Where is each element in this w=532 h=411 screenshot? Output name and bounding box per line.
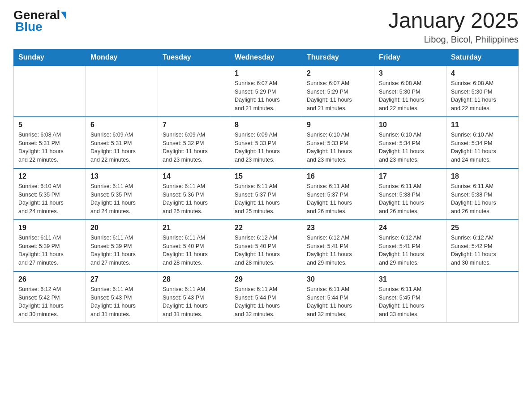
weekday-header-wednesday: Wednesday — [230, 49, 302, 65]
calendar-cell — [14, 65, 86, 117]
day-number: 23 — [307, 224, 369, 232]
day-number: 26 — [18, 275, 81, 283]
day-info: Sunrise: 6:12 AMSunset: 5:40 PMDaylight:… — [235, 234, 297, 267]
day-number: 30 — [307, 275, 369, 283]
calendar-week-row: 1Sunrise: 6:07 AMSunset: 5:29 PMDaylight… — [14, 65, 519, 117]
calendar-cell: 25Sunrise: 6:12 AMSunset: 5:42 PMDayligh… — [446, 220, 519, 271]
day-info: Sunrise: 6:11 AMSunset: 5:44 PMDaylight:… — [307, 285, 369, 319]
day-info: Sunrise: 6:11 AMSunset: 5:38 PMDaylight:… — [379, 182, 442, 216]
day-info: Sunrise: 6:09 AMSunset: 5:31 PMDaylight:… — [90, 131, 153, 164]
weekday-header-monday: Monday — [86, 49, 158, 65]
calendar-cell: 18Sunrise: 6:11 AMSunset: 5:38 PMDayligh… — [446, 168, 519, 220]
day-info: Sunrise: 6:12 AMSunset: 5:41 PMDaylight:… — [307, 234, 369, 267]
logo-blue-text: Blue — [15, 20, 43, 34]
day-info: Sunrise: 6:11 AMSunset: 5:37 PMDaylight:… — [307, 182, 369, 216]
weekday-header-row: SundayMondayTuesdayWednesdayThursdayFrid… — [14, 49, 519, 65]
calendar-cell: 19Sunrise: 6:11 AMSunset: 5:39 PMDayligh… — [14, 220, 86, 271]
day-info: Sunrise: 6:09 AMSunset: 5:32 PMDaylight:… — [163, 131, 225, 164]
day-info: Sunrise: 6:08 AMSunset: 5:30 PMDaylight:… — [379, 79, 442, 113]
day-info: Sunrise: 6:12 AMSunset: 5:42 PMDaylight:… — [18, 285, 81, 319]
day-number: 2 — [307, 69, 369, 77]
day-number: 24 — [379, 224, 442, 232]
day-info: Sunrise: 6:11 AMSunset: 5:39 PMDaylight:… — [90, 234, 153, 267]
day-number: 20 — [90, 224, 153, 232]
day-number: 17 — [379, 172, 442, 180]
calendar-cell — [446, 271, 519, 323]
day-number: 5 — [18, 121, 81, 129]
day-number: 21 — [163, 224, 225, 232]
day-info: Sunrise: 6:11 AMSunset: 5:40 PMDaylight:… — [163, 234, 225, 267]
calendar-cell: 22Sunrise: 6:12 AMSunset: 5:40 PMDayligh… — [230, 220, 302, 271]
calendar-cell: 24Sunrise: 6:12 AMSunset: 5:41 PMDayligh… — [374, 220, 446, 271]
calendar-cell: 29Sunrise: 6:11 AMSunset: 5:44 PMDayligh… — [230, 271, 302, 323]
calendar-cell: 13Sunrise: 6:11 AMSunset: 5:35 PMDayligh… — [86, 168, 158, 220]
calendar-cell — [86, 65, 158, 117]
day-info: Sunrise: 6:11 AMSunset: 5:45 PMDaylight:… — [379, 285, 442, 319]
day-info: Sunrise: 6:07 AMSunset: 5:29 PMDaylight:… — [307, 79, 369, 113]
calendar-cell: 31Sunrise: 6:11 AMSunset: 5:45 PMDayligh… — [374, 271, 446, 323]
calendar-cell: 12Sunrise: 6:10 AMSunset: 5:35 PMDayligh… — [14, 168, 86, 220]
calendar-cell: 8Sunrise: 6:09 AMSunset: 5:33 PMDaylight… — [230, 117, 302, 168]
day-info: Sunrise: 6:11 AMSunset: 5:43 PMDaylight:… — [163, 285, 225, 319]
day-number: 15 — [235, 172, 297, 180]
day-number: 18 — [451, 172, 514, 180]
day-number: 19 — [18, 224, 81, 232]
day-info: Sunrise: 6:11 AMSunset: 5:38 PMDaylight:… — [451, 182, 514, 216]
page-header: General Blue January 2025 Libog, Bicol, … — [13, 9, 519, 45]
calendar-week-row: 5Sunrise: 6:08 AMSunset: 5:31 PMDaylight… — [14, 117, 519, 168]
logo: General Blue — [13, 9, 66, 34]
day-number: 8 — [235, 121, 297, 129]
day-info: Sunrise: 6:08 AMSunset: 5:31 PMDaylight:… — [18, 131, 81, 164]
calendar-cell: 27Sunrise: 6:11 AMSunset: 5:43 PMDayligh… — [86, 271, 158, 323]
calendar-body: 1Sunrise: 6:07 AMSunset: 5:29 PMDaylight… — [14, 65, 519, 323]
calendar-cell: 23Sunrise: 6:12 AMSunset: 5:41 PMDayligh… — [302, 220, 374, 271]
day-number: 29 — [235, 275, 297, 283]
calendar-cell: 28Sunrise: 6:11 AMSunset: 5:43 PMDayligh… — [158, 271, 230, 323]
day-info: Sunrise: 6:11 AMSunset: 5:37 PMDaylight:… — [235, 182, 297, 216]
day-number: 6 — [90, 121, 153, 129]
day-number: 25 — [451, 224, 514, 232]
day-info: Sunrise: 6:09 AMSunset: 5:33 PMDaylight:… — [235, 131, 297, 164]
calendar-cell: 17Sunrise: 6:11 AMSunset: 5:38 PMDayligh… — [374, 168, 446, 220]
day-info: Sunrise: 6:10 AMSunset: 5:34 PMDaylight:… — [379, 131, 442, 164]
day-info: Sunrise: 6:11 AMSunset: 5:36 PMDaylight:… — [163, 182, 225, 216]
calendar-cell: 21Sunrise: 6:11 AMSunset: 5:40 PMDayligh… — [158, 220, 230, 271]
day-info: Sunrise: 6:07 AMSunset: 5:29 PMDaylight:… — [235, 79, 297, 113]
calendar-cell: 11Sunrise: 6:10 AMSunset: 5:34 PMDayligh… — [446, 117, 519, 168]
day-number: 27 — [90, 275, 153, 283]
day-number: 14 — [163, 172, 225, 180]
day-info: Sunrise: 6:10 AMSunset: 5:35 PMDaylight:… — [18, 182, 81, 216]
calendar-week-row: 19Sunrise: 6:11 AMSunset: 5:39 PMDayligh… — [14, 220, 519, 271]
day-number: 7 — [163, 121, 225, 129]
calendar-cell — [158, 65, 230, 117]
day-number: 31 — [379, 275, 442, 283]
day-number: 22 — [235, 224, 297, 232]
logo-arrow-icon — [61, 12, 66, 20]
weekday-header-sunday: Sunday — [14, 49, 86, 65]
day-info: Sunrise: 6:11 AMSunset: 5:35 PMDaylight:… — [90, 182, 153, 216]
calendar-cell: 9Sunrise: 6:10 AMSunset: 5:33 PMDaylight… — [302, 117, 374, 168]
day-number: 11 — [451, 121, 514, 129]
calendar-cell: 2Sunrise: 6:07 AMSunset: 5:29 PMDaylight… — [302, 65, 374, 117]
calendar-table: SundayMondayTuesdayWednesdayThursdayFrid… — [13, 49, 519, 323]
calendar-cell: 14Sunrise: 6:11 AMSunset: 5:36 PMDayligh… — [158, 168, 230, 220]
day-info: Sunrise: 6:11 AMSunset: 5:44 PMDaylight:… — [235, 285, 297, 319]
day-number: 1 — [235, 69, 297, 77]
calendar-cell: 16Sunrise: 6:11 AMSunset: 5:37 PMDayligh… — [302, 168, 374, 220]
day-info: Sunrise: 6:12 AMSunset: 5:41 PMDaylight:… — [379, 234, 442, 267]
calendar-cell: 1Sunrise: 6:07 AMSunset: 5:29 PMDaylight… — [230, 65, 302, 117]
day-info: Sunrise: 6:10 AMSunset: 5:34 PMDaylight:… — [451, 131, 514, 164]
calendar-header: SundayMondayTuesdayWednesdayThursdayFrid… — [14, 49, 519, 65]
day-number: 4 — [451, 69, 514, 77]
calendar-cell: 6Sunrise: 6:09 AMSunset: 5:31 PMDaylight… — [86, 117, 158, 168]
day-number: 10 — [379, 121, 442, 129]
day-number: 9 — [307, 121, 369, 129]
calendar-week-row: 12Sunrise: 6:10 AMSunset: 5:35 PMDayligh… — [14, 168, 519, 220]
day-info: Sunrise: 6:10 AMSunset: 5:33 PMDaylight:… — [307, 131, 369, 164]
calendar-cell: 20Sunrise: 6:11 AMSunset: 5:39 PMDayligh… — [86, 220, 158, 271]
calendar-cell: 30Sunrise: 6:11 AMSunset: 5:44 PMDayligh… — [302, 271, 374, 323]
day-info: Sunrise: 6:08 AMSunset: 5:30 PMDaylight:… — [451, 79, 514, 113]
day-info: Sunrise: 6:12 AMSunset: 5:42 PMDaylight:… — [451, 234, 514, 267]
day-info: Sunrise: 6:11 AMSunset: 5:43 PMDaylight:… — [90, 285, 153, 319]
day-number: 28 — [163, 275, 225, 283]
